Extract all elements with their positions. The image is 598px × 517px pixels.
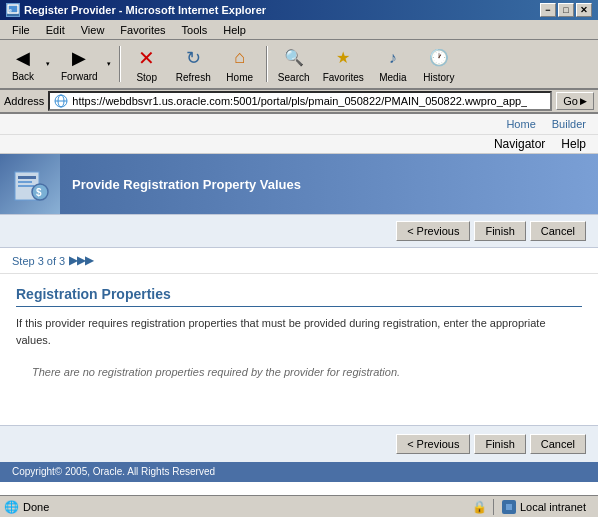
menu-favorites[interactable]: Favorites [112,22,173,38]
page-header-title: Provide Registration Property Values [72,177,301,192]
menu-file[interactable]: File [4,22,38,38]
zone-text: Local intranet [520,501,586,513]
history-button[interactable]: 🕐 History [417,42,461,86]
menu-edit[interactable]: Edit [38,22,73,38]
go-label: Go [563,95,578,107]
step-arrows-icon: ▶▶▶ [69,254,93,267]
svg-rect-7 [18,176,36,179]
stop-icon: ✕ [135,46,159,70]
stop-button[interactable]: ✕ Stop [125,42,169,86]
search-label: Search [278,72,310,83]
menu-tools[interactable]: Tools [174,22,216,38]
media-icon: ♪ [381,46,405,70]
top-finish-button[interactable]: Finish [474,221,525,241]
address-input-container: https://webdbsvr1.us.oracle.com:5001/por… [48,91,552,111]
step-text: Step 3 of 3 [12,255,65,267]
svg-text:e: e [9,7,12,13]
toolbar: ◀ Back ▾ ▶ Forward ▾ ✕ Stop ↻ Refresh ⌂ … [0,40,598,90]
content-area: Home Builder Navigator Help $ Provide R [0,114,598,494]
svg-rect-13 [506,504,512,510]
forward-label: Forward [61,71,98,82]
page-footer: Copyright© 2005, Oracle. All Rights Rese… [0,462,598,482]
separator-1 [119,46,121,82]
step-nav-top: < Previous Finish Cancel [0,215,598,248]
title-bar: e Register Provider - Microsoft Internet… [0,0,598,20]
stop-label: Stop [136,72,157,83]
home-button[interactable]: ⌂ Home [218,42,262,86]
window-controls[interactable]: − □ ✕ [540,3,592,17]
step-info-row: Step 3 of 3 ▶▶▶ [0,248,598,274]
forward-icon: ▶ [72,47,86,69]
browser-content: Home Builder Navigator Help $ Provide R [0,114,598,495]
search-button[interactable]: 🔍 Search [272,42,316,86]
refresh-button[interactable]: ↻ Refresh [171,42,216,86]
status-zone: Local intranet [493,499,594,515]
history-icon: 🕐 [427,46,451,70]
status-bar: 🌐 Done 🔒 Local intranet [0,495,598,517]
history-label: History [423,72,454,83]
address-bar: Address https://webdbsvr1.us.oracle.com:… [0,90,598,114]
back-button[interactable]: ◀ Back [4,42,42,86]
bottom-previous-button[interactable]: < Previous [396,434,470,454]
lock-icon: 🔒 [472,500,487,514]
header-image-area: $ [0,154,60,214]
portal-nav-row2: Navigator Help [0,135,598,154]
bottom-finish-button[interactable]: Finish [474,434,525,454]
menu-help[interactable]: Help [215,22,254,38]
back-dropdown[interactable]: ▾ [42,42,54,86]
back-icon: ◀ [16,47,30,69]
nav-builder-link[interactable]: Builder [552,118,586,130]
maximize-button[interactable]: □ [558,3,574,17]
go-icon: ▶ [580,96,587,106]
go-button[interactable]: Go ▶ [556,92,594,110]
svg-text:$: $ [36,187,42,198]
close-button[interactable]: ✕ [576,3,592,17]
footer-text: Copyright© 2005, Oracle. All Rights Rese… [12,466,215,477]
zone-icon [502,500,516,514]
status-right: 🔒 Local intranet [472,499,594,515]
bottom-buttons: < Previous Finish Cancel [0,425,598,462]
back-label: Back [12,71,34,82]
page-header-container: $ Provide Registration Property Values [0,154,598,215]
address-globe-icon [54,94,68,108]
menu-bar: File Edit View Favorites Tools Help [0,20,598,40]
bottom-cancel-button[interactable]: Cancel [530,434,586,454]
address-label: Address [4,95,44,107]
refresh-label: Refresh [176,72,211,83]
nav-home-link[interactable]: Home [506,118,535,130]
favorites-button[interactable]: ★ Favorites [318,42,369,86]
section-title: Registration Properties [16,286,582,307]
home-label: Home [226,72,253,83]
nav-navigator-link[interactable]: Navigator [494,137,545,151]
top-cancel-button[interactable]: Cancel [530,221,586,241]
forward-button[interactable]: ▶ Forward [56,42,103,86]
back-forward-group: ◀ Back ▾ [4,42,54,86]
forward-dropdown[interactable]: ▾ [103,42,115,86]
search-icon: 🔍 [282,46,306,70]
status-text: Done [23,501,468,513]
minimize-button[interactable]: − [540,3,556,17]
favorites-label: Favorites [323,72,364,83]
window-icon: e [6,3,20,17]
favorites-icon: ★ [331,46,355,70]
media-label: Media [379,72,406,83]
menu-view[interactable]: View [73,22,113,38]
register-provider-icon: $ [10,164,50,204]
separator-2 [266,46,268,82]
home-icon: ⌂ [228,46,252,70]
top-step-buttons: < Previous Finish Cancel [396,221,586,241]
nav-help-link[interactable]: Help [561,137,586,151]
status-page-icon: 🌐 [4,500,19,514]
section-description: If this provider requires registration p… [16,315,582,348]
address-url[interactable]: https://webdbsvr1.us.oracle.com:5001/por… [72,95,527,107]
top-previous-button[interactable]: < Previous [396,221,470,241]
svg-rect-9 [18,185,34,187]
page-header: Provide Registration Property Values [60,154,598,214]
step-info: Step 3 of 3 ▶▶▶ [12,254,586,267]
media-button[interactable]: ♪ Media [371,42,415,86]
main-content: Registration Properties If this provider… [0,274,598,417]
svg-rect-8 [18,181,32,183]
refresh-icon: ↻ [181,46,205,70]
window-title: Register Provider - Microsoft Internet E… [24,4,266,16]
forward-group: ▶ Forward ▾ [56,42,115,86]
